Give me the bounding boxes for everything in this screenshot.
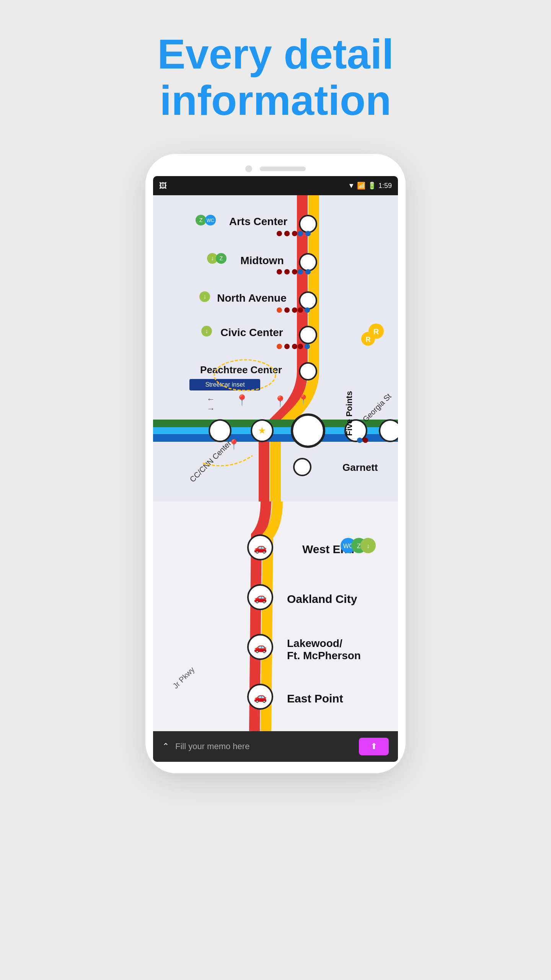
svg-point-8 bbox=[209, 420, 231, 441]
svg-text:East Point: East Point bbox=[287, 692, 343, 705]
svg-point-68 bbox=[357, 438, 362, 443]
svg-point-37 bbox=[277, 307, 282, 313]
svg-point-7 bbox=[294, 459, 311, 475]
svg-text:🚗: 🚗 bbox=[254, 691, 267, 703]
svg-text:Five Points: Five Points bbox=[344, 391, 354, 436]
svg-point-38 bbox=[284, 307, 290, 313]
svg-text:Ft. McPherson: Ft. McPherson bbox=[287, 650, 361, 662]
memo-placeholder-text[interactable]: Fill your memo here bbox=[175, 742, 249, 751]
svg-text:Z: Z bbox=[357, 543, 361, 549]
svg-text:←: ← bbox=[207, 394, 215, 404]
svg-point-31 bbox=[292, 269, 297, 274]
svg-text:Midtown: Midtown bbox=[240, 255, 284, 266]
svg-text:📍: 📍 bbox=[235, 394, 249, 407]
svg-point-21 bbox=[284, 231, 290, 236]
svg-point-12 bbox=[380, 420, 398, 441]
phone-camera bbox=[245, 165, 252, 172]
phone-mockup: 🖼 ▼ 📶 🔋 1:59 bbox=[145, 154, 406, 773]
memo-left: ⌃ Fill your memo here bbox=[162, 742, 249, 751]
headline-title: Every detail information bbox=[157, 31, 394, 123]
svg-point-49 bbox=[305, 344, 310, 349]
svg-point-47 bbox=[292, 344, 297, 349]
time-display: 1:59 bbox=[378, 182, 392, 190]
svg-point-23 bbox=[305, 231, 311, 236]
svg-text:WC: WC bbox=[207, 218, 214, 223]
svg-point-6 bbox=[292, 415, 324, 447]
phone-top-bar bbox=[153, 165, 398, 172]
svg-text:📍: 📍 bbox=[298, 394, 309, 405]
svg-text:Lakewood/: Lakewood/ bbox=[287, 637, 342, 649]
svg-point-29 bbox=[277, 269, 282, 274]
svg-text:↓: ↓ bbox=[211, 255, 214, 261]
share-button[interactable]: ⬆ bbox=[359, 738, 389, 755]
phone-speaker bbox=[260, 167, 306, 171]
status-left: 🖼 bbox=[159, 181, 167, 190]
svg-text:Garnett: Garnett bbox=[342, 462, 378, 473]
svg-point-46 bbox=[284, 344, 290, 349]
svg-text:R: R bbox=[366, 336, 371, 343]
svg-point-3 bbox=[300, 292, 316, 309]
share-icon: ⬆ bbox=[370, 742, 377, 751]
signal-icon: 📶 bbox=[357, 181, 365, 190]
svg-text:Peachtree Center: Peachtree Center bbox=[200, 364, 282, 376]
svg-point-45 bbox=[277, 344, 282, 349]
svg-text:🚗: 🚗 bbox=[254, 591, 267, 604]
status-right: ▼ 📶 🔋 1:59 bbox=[348, 181, 392, 190]
svg-point-30 bbox=[284, 269, 290, 274]
notification-icon: 🖼 bbox=[159, 181, 167, 190]
svg-point-33 bbox=[305, 269, 311, 274]
svg-point-32 bbox=[298, 269, 303, 274]
svg-text:Z: Z bbox=[199, 217, 203, 223]
svg-point-5 bbox=[300, 363, 316, 380]
svg-point-22 bbox=[298, 231, 303, 236]
headline-line2: information bbox=[160, 77, 391, 124]
headline-line1: Every detail bbox=[157, 30, 394, 77]
memo-bar[interactable]: ⌃ Fill your memo here ⬆ bbox=[153, 731, 398, 762]
svg-text:🚗: 🚗 bbox=[254, 541, 267, 554]
battery-icon: 🔋 bbox=[368, 181, 376, 190]
svg-point-18 bbox=[277, 231, 282, 236]
svg-text:📍: 📍 bbox=[274, 395, 287, 408]
page-wrapper: Every detail information 🖼 ▼ 📶 🔋 1:59 bbox=[0, 0, 551, 980]
metro-map[interactable]: ★ Z WC Arts Center bbox=[153, 195, 398, 501]
phone-screen: 🖼 ▼ 📶 🔋 1:59 bbox=[153, 176, 398, 762]
svg-text:Civic Center: Civic Center bbox=[220, 327, 283, 338]
svg-point-39 bbox=[292, 307, 297, 313]
svg-text:↓: ↓ bbox=[205, 328, 208, 334]
svg-text:↓: ↓ bbox=[367, 543, 370, 549]
svg-text:↓: ↓ bbox=[203, 293, 206, 300]
svg-point-41 bbox=[305, 307, 310, 313]
svg-text:North Avenue: North Avenue bbox=[217, 292, 287, 304]
svg-text:→: → bbox=[207, 404, 215, 413]
svg-text:R: R bbox=[373, 327, 379, 336]
svg-point-4 bbox=[300, 327, 316, 343]
detail-panel: 🚗 West End WC Z ↓ 🚗 Oakland City 🚗 bbox=[153, 501, 398, 731]
svg-text:Oakland City: Oakland City bbox=[287, 593, 357, 605]
svg-point-48 bbox=[298, 344, 303, 349]
svg-text:★: ★ bbox=[258, 425, 266, 436]
wifi-icon: ▼ bbox=[348, 182, 355, 190]
svg-point-20 bbox=[292, 231, 297, 236]
svg-point-1 bbox=[300, 216, 316, 232]
headline-section: Every detail information bbox=[157, 31, 394, 123]
svg-point-69 bbox=[363, 438, 368, 443]
svg-point-40 bbox=[298, 307, 303, 313]
svg-text:🚗: 🚗 bbox=[254, 641, 267, 653]
svg-text:Arts Center: Arts Center bbox=[229, 216, 288, 227]
status-bar: 🖼 ▼ 📶 🔋 1:59 bbox=[153, 176, 398, 195]
svg-rect-70 bbox=[153, 501, 398, 731]
svg-text:Z: Z bbox=[220, 255, 223, 261]
svg-point-2 bbox=[300, 254, 316, 271]
memo-chevron-icon[interactable]: ⌃ bbox=[162, 742, 169, 751]
